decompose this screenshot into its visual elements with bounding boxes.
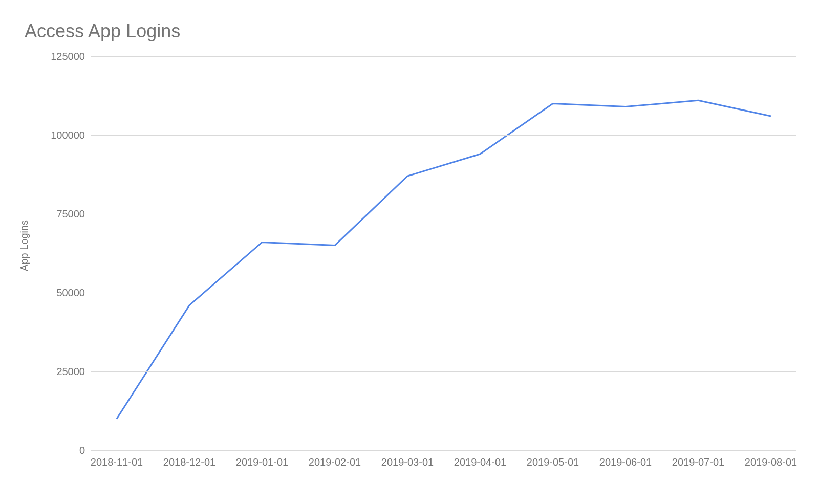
x-tick-label: 2019-02-01 xyxy=(309,456,361,468)
gridline xyxy=(91,371,796,372)
x-tick-label: 2019-05-01 xyxy=(527,456,579,468)
y-tick-label: 125000 xyxy=(24,51,85,62)
gridline xyxy=(91,135,796,136)
line-chart-svg xyxy=(91,56,796,450)
gridline xyxy=(91,450,796,451)
x-tick-label: 2019-03-01 xyxy=(381,456,434,468)
y-tick-label: 50000 xyxy=(24,287,85,299)
y-tick-label: 0 xyxy=(24,445,85,456)
y-tick-label: 100000 xyxy=(24,129,85,141)
x-tick-label: 2019-01-01 xyxy=(236,456,288,468)
y-axis-label: App Logins xyxy=(18,220,30,271)
x-tick-label: 2019-06-01 xyxy=(599,456,652,468)
y-tick-label: 25000 xyxy=(24,366,85,378)
x-tick-label: 2018-12-01 xyxy=(163,456,215,468)
y-tick-label: 75000 xyxy=(24,208,85,220)
x-tick-label: 2018-11-01 xyxy=(91,456,143,468)
gridline xyxy=(91,56,796,57)
gridline xyxy=(91,293,796,293)
chart-title: Access App Logins xyxy=(25,20,180,42)
gridline xyxy=(91,214,796,214)
plot-area: 02500050000750001000001250002018-11-0120… xyxy=(91,56,796,450)
x-tick-label: 2019-04-01 xyxy=(454,456,506,468)
x-tick-label: 2019-08-01 xyxy=(745,456,797,468)
x-tick-label: 2019-07-01 xyxy=(672,456,724,468)
